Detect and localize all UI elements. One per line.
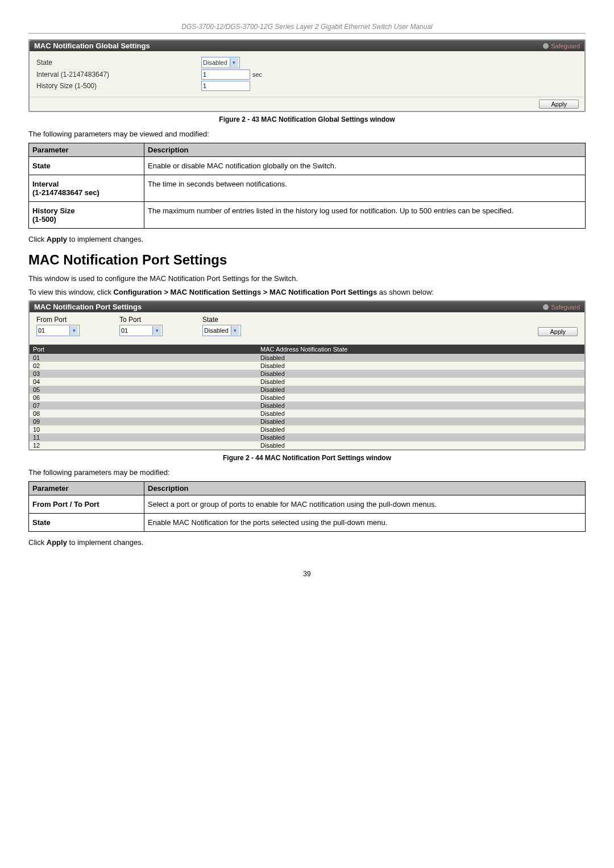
port-cell: 04 [33, 378, 260, 385]
panel-header: MAC Notification Global Settings Safegua… [30, 40, 584, 51]
table-row: State Enable MAC Notification for the po… [29, 513, 586, 531]
to-port-value: 01 [121, 327, 150, 334]
intro-text-1: The following parameters may be viewed a… [28, 129, 586, 139]
chevron-down-icon: ▾ [230, 58, 238, 67]
param-desc: Enable MAC Notification for the ports se… [144, 513, 586, 531]
safeguard-badge: Safeguard [543, 304, 580, 311]
safeguard-icon [543, 304, 549, 310]
state-cell: Disabled [260, 378, 285, 385]
apply-instruction-2: Click Apply to implement changes. [28, 538, 586, 548]
section-intro: This window is used to configure the MAC… [28, 274, 586, 284]
safeguard-icon [543, 43, 549, 49]
text: To view this window, click [28, 288, 114, 296]
state-cell: Disabled [260, 370, 285, 377]
state-cell: Disabled [260, 402, 285, 409]
apply-button[interactable]: Apply [539, 100, 579, 109]
port-cell: 05 [33, 386, 260, 393]
th-parameter: Parameter [29, 481, 144, 495]
apply-instruction-1: Click Apply to implement changes. [28, 234, 586, 245]
table-row: 05Disabled [30, 386, 584, 394]
state-cell: Disabled [260, 442, 285, 449]
port-settings-panel: MAC Notification Port Settings Safeguard… [28, 300, 586, 450]
table-row: History Size (1-500) The maximum number … [29, 201, 586, 228]
table-row: 08Disabled [30, 410, 584, 418]
state-cell: Disabled [260, 426, 285, 433]
history-input[interactable] [201, 81, 250, 91]
table-row: From Port / To Port Select a port or gro… [29, 495, 586, 513]
table-row: Interval (1-2147483647 sec) The time in … [29, 175, 586, 201]
table-row: 07Disabled [30, 402, 584, 410]
port-cell: 11 [33, 434, 260, 441]
param-desc: The time in seconds between notification… [144, 175, 586, 201]
interval-input[interactable] [201, 69, 250, 80]
col-port: Port [33, 346, 260, 353]
state-cell: Disabled [260, 434, 285, 441]
chevron-down-icon: ▾ [231, 326, 239, 335]
port-cell: 02 [33, 362, 260, 369]
to-port-select[interactable]: 01 ▾ [119, 325, 163, 336]
param-name: Interval (1-2147483647 sec) [29, 175, 144, 201]
parameter-table-2: Parameter Description From Port / To Por… [28, 481, 586, 532]
state-cell: Disabled [260, 394, 285, 401]
apply-button[interactable]: Apply [538, 327, 578, 336]
text: to implement changes. [67, 538, 143, 547]
table-row: 04Disabled [30, 378, 584, 386]
port-state-select[interactable]: Disabled ▾ [202, 325, 241, 336]
th-parameter: Parameter [29, 143, 144, 156]
table-row: State Enable or disable MAC notification… [29, 156, 586, 175]
global-settings-panel: MAC Notification Global Settings Safegua… [28, 39, 586, 112]
table-row: 11Disabled [30, 433, 584, 441]
port-cell: 09 [33, 418, 260, 425]
safeguard-text: Safeguard [551, 304, 580, 311]
text: Click [28, 235, 47, 243]
page-number: 39 [28, 570, 586, 578]
state-value: Disabled [203, 59, 227, 66]
interval-label: Interval (1-2147483647) [36, 71, 201, 78]
port-table-header: Port MAC Address Notification State [30, 345, 584, 354]
figure-caption-2: Figure 2 - 44 MAC Notification Port Sett… [28, 454, 586, 462]
state-label: State [36, 59, 201, 67]
port-cell: 01 [33, 354, 260, 361]
safeguard-text: Safeguard [551, 43, 580, 49]
chevron-down-icon: ▾ [152, 326, 161, 335]
table-row: 01Disabled [30, 354, 584, 362]
port-table-body: 01Disabled02Disabled03Disabled04Disabled… [30, 354, 584, 449]
safeguard-badge: Safeguard [543, 43, 580, 49]
param-desc: The maximum number of entries listed in … [144, 201, 586, 228]
interval-unit: sec [252, 71, 262, 78]
chevron-down-icon: ▾ [69, 326, 78, 335]
port-cell: 03 [33, 370, 260, 377]
table-row: 06Disabled [30, 394, 584, 402]
from-port-value: 01 [38, 327, 67, 334]
th-description: Description [144, 143, 586, 156]
text: to implement changes. [67, 235, 143, 243]
table-row: 02Disabled [30, 362, 584, 370]
param-name: History Size (1-500) [29, 201, 144, 228]
port-cell: 08 [33, 410, 260, 417]
table-row: 12Disabled [30, 441, 584, 449]
parameter-table-1: Parameter Description State Enable or di… [28, 143, 586, 229]
manual-header: DGS-3700-12/DGS-3700-12G Series Layer 2 … [28, 23, 586, 34]
param-name: State [29, 513, 144, 531]
table-row: 10Disabled [30, 425, 584, 433]
text: Click [28, 538, 47, 547]
param-desc: Enable or disable MAC notification globa… [144, 156, 586, 175]
from-port-select[interactable]: 01 ▾ [36, 325, 80, 336]
from-port-label: From Port [36, 316, 80, 324]
state-select[interactable]: Disabled ▾ [201, 57, 240, 68]
section-heading: MAC Notification Port Settings [28, 252, 586, 268]
figure-caption-1: Figure 2 - 43 MAC Notification Global Se… [28, 115, 586, 123]
port-state-value: Disabled [204, 327, 229, 334]
state-cell: Disabled [260, 418, 285, 425]
state-cell: Disabled [260, 354, 285, 361]
history-label: History Size (1-500) [36, 82, 201, 90]
port-cell: 06 [33, 394, 260, 401]
panel-title: MAC Notification Port Settings [34, 303, 142, 311]
state-cell: Disabled [260, 386, 285, 393]
state-cell: Disabled [260, 362, 285, 369]
col-state: MAC Address Notification State [260, 346, 347, 353]
table-row: 03Disabled [30, 370, 584, 378]
navigation-instruction: To view this window, click Configuration… [28, 287, 586, 297]
param-name: State [29, 156, 144, 175]
port-cell: 10 [33, 426, 260, 433]
